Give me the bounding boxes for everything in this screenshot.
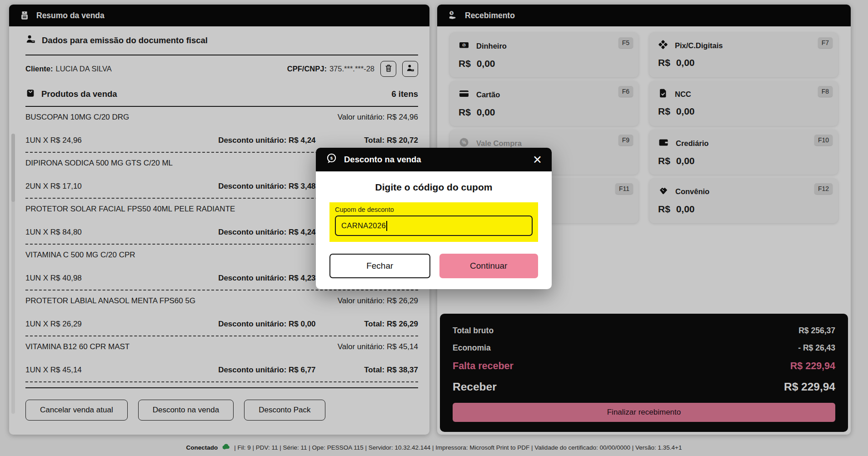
svg-text:$: $	[330, 155, 333, 160]
discount-modal-title: Desconto na venda	[344, 155, 421, 165]
discount-modal-header: $ Desconto na venda ✕	[316, 148, 552, 171]
coupon-prompt: Digite o código do cupom	[329, 182, 538, 193]
close-icon[interactable]: ✕	[533, 154, 542, 165]
coupon-field-wrapper: Cupom de desconto CARNA2026	[329, 202, 538, 242]
coupon-field-label: Cupom de desconto	[335, 206, 533, 213]
discount-modal: $ Desconto na venda ✕ Digite o código do…	[316, 148, 552, 289]
dollar-bubble-icon: $	[325, 153, 337, 167]
discount-modal-body: Digite o código do cupom Cupom de descon…	[316, 171, 552, 289]
modal-actions: Fechar Continuar	[329, 254, 538, 278]
continue-button[interactable]: Continuar	[439, 254, 539, 278]
coupon-input[interactable]: CARNA2026	[335, 215, 533, 236]
close-button[interactable]: Fechar	[329, 254, 430, 278]
text-cursor	[386, 221, 387, 231]
coupon-input-value: CARNA2026	[341, 221, 386, 230]
